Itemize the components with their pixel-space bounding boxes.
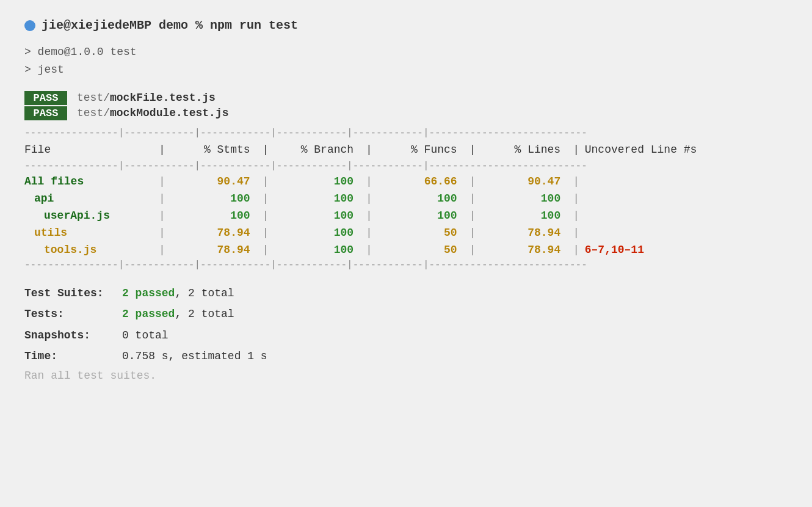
cell-funcs-utils: 50 (378, 224, 469, 241)
summary-block: Test Suites: 2 passed, 2 total Tests: 2 … (24, 284, 788, 382)
terminal-dot (24, 20, 35, 31)
header-lines: % Lines (481, 140, 573, 159)
cell-uncovered-allfiles (585, 173, 788, 190)
suites-total: 2 total (188, 287, 234, 299)
suites-value: 2 passed, 2 total (122, 284, 234, 303)
snapshots-value: 0 total (122, 326, 169, 345)
divider-top: ----------------|------------|----------… (24, 126, 788, 140)
divider-middle: ----------------|------------|----------… (24, 159, 788, 173)
pass-row-2: PASS test/mockModule.test.js (24, 106, 788, 120)
summary-suites: Test Suites: 2 passed, 2 total (24, 284, 788, 303)
header-branch: % Branch (274, 140, 366, 159)
cell-lines-utils: 78.94 (481, 224, 573, 241)
cell-uncovered-utils (585, 224, 788, 241)
output-line-2: > jest (24, 61, 788, 79)
tests-passed: 2 passed (122, 308, 175, 320)
pass-file-1: test/mockFile.test.js (77, 92, 216, 104)
cell-stmts-api: 100 (171, 190, 263, 207)
time-label: Time: (24, 347, 122, 366)
table-header: File | % Stmts | % Branch | % Funcs | % … (24, 140, 788, 159)
cell-funcs-tools: 50 (378, 241, 469, 258)
cell-funcs-allfiles: 66.66 (378, 173, 469, 190)
summary-time: Time: 0.758 s, estimated 1 s (24, 347, 788, 366)
table-row: api | 100 | 100 | 100 | 100 | (24, 190, 788, 207)
cell-file-allfiles: All files (24, 173, 159, 190)
pass-file-2: test/mockModule.test.js (77, 107, 228, 119)
cell-stmts-userapi: 100 (171, 207, 263, 224)
table-row: utils | 78.94 | 100 | 50 | 78.94 | (24, 224, 788, 241)
cell-stmts-allfiles: 90.47 (171, 173, 263, 190)
terminal-window: jie@xiejiedeMBP demo % npm run test > de… (24, 18, 788, 382)
cell-lines-api: 100 (481, 190, 573, 207)
cell-file-userapi: userApi.js (24, 207, 159, 224)
table-row: All files | 90.47 | 100 | 66.66 | 90.47 … (24, 173, 788, 190)
summary-tests: Tests: 2 passed, 2 total (24, 305, 788, 324)
cell-file-utils: utils (24, 224, 159, 241)
pass-badge-2: PASS (24, 106, 67, 120)
suites-passed: 2 passed (122, 287, 175, 299)
cell-funcs-api: 100 (378, 190, 469, 207)
coverage-table: ----------------|------------|----------… (24, 126, 788, 272)
cell-branch-userapi: 100 (274, 207, 366, 224)
header-uncovered: Uncovered Line #s (585, 140, 788, 159)
tests-label: Tests: (24, 305, 122, 324)
header-file: File (24, 140, 159, 159)
time-value: 0.758 s, estimated 1 s (122, 347, 267, 366)
divider-bottom: ----------------|------------|----------… (24, 258, 788, 272)
cell-branch-allfiles: 100 (274, 173, 366, 190)
snapshots-label: Snapshots: (24, 326, 122, 345)
cell-uncovered-tools: 6–7,10–11 (585, 241, 788, 258)
summary-snapshots: Snapshots: 0 total (24, 326, 788, 345)
cell-stmts-tools: 78.94 (171, 241, 263, 258)
ran-all-line: Ran all test suites. (24, 370, 788, 382)
cell-uncovered-api (585, 190, 788, 207)
table-row: tools.js | 78.94 | 100 | 50 | 78.94 | 6–… (24, 241, 788, 258)
cell-file-tools: tools.js (24, 241, 159, 258)
cell-branch-tools: 100 (274, 241, 366, 258)
cell-lines-allfiles: 90.47 (481, 173, 573, 190)
tests-total: 2 total (188, 308, 234, 320)
cell-lines-userapi: 100 (481, 207, 573, 224)
tests-value: 2 passed, 2 total (122, 305, 234, 324)
table-row: userApi.js | 100 | 100 | 100 | 100 | (24, 207, 788, 224)
cell-file-api: api (24, 190, 159, 207)
output-line-1: > demo@1.0.0 test (24, 43, 788, 61)
prompt-line: jie@xiejiedeMBP demo % npm run test (24, 18, 788, 32)
header-funcs: % Funcs (378, 140, 469, 159)
cell-branch-utils: 100 (274, 224, 366, 241)
cell-uncovered-userapi (585, 207, 788, 224)
prompt-text: jie@xiejiedeMBP demo % npm run test (42, 18, 298, 32)
cell-funcs-userapi: 100 (378, 207, 469, 224)
pass-badge-1: PASS (24, 91, 67, 105)
header-stmts: % Stmts (171, 140, 263, 159)
pass-row-1: PASS test/mockFile.test.js (24, 91, 788, 105)
suites-label: Test Suites: (24, 284, 122, 303)
npm-output: > demo@1.0.0 test > jest (24, 43, 788, 79)
cell-stmts-utils: 78.94 (171, 224, 263, 241)
cell-lines-tools: 78.94 (481, 241, 573, 258)
cell-branch-api: 100 (274, 190, 366, 207)
pass-block: PASS test/mockFile.test.js PASS test/moc… (24, 91, 788, 120)
